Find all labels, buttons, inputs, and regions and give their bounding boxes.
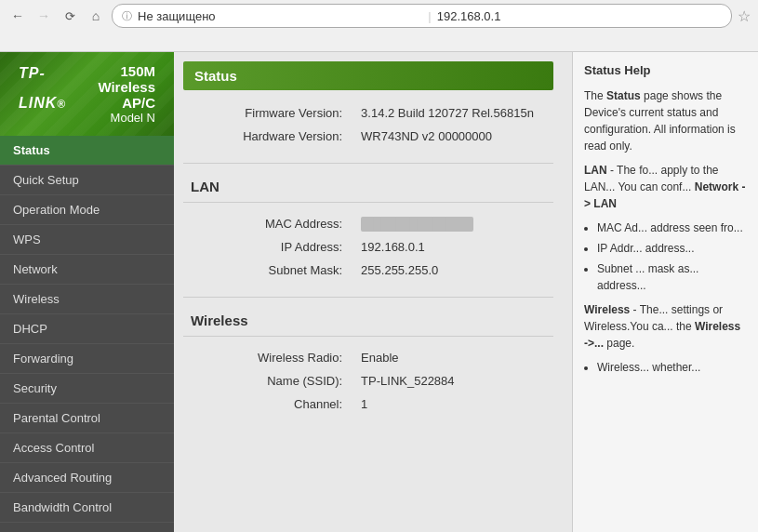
sidebar-item-ip-mac-binding[interactable]: IP & MAC Binding (0, 523, 174, 532)
reload-button[interactable]: ⟳ (60, 6, 80, 26)
sidebar-item-parental-control[interactable]: Parental Control (0, 404, 174, 433)
list-item: Wireless... whether... (597, 359, 747, 376)
lock-icon: ⓘ (122, 9, 132, 23)
channel-value: 1 (350, 392, 553, 416)
sidebar-item-dhcp[interactable]: DHCP (0, 314, 174, 344)
mac-value: ██████████████ (350, 212, 553, 235)
table-row: Subnet Mask: 255.255.255.0 (183, 259, 553, 282)
address-bar[interactable]: ⓘ Не защищено | 192.168.0.1 (112, 4, 732, 28)
subnet-label: Subnet Mask: (183, 259, 350, 282)
help-lan-list: MAC Ad... address seen fro... IP Addr...… (597, 219, 747, 294)
lan-table: MAC Address: ██████████████ IP Address: … (183, 212, 553, 282)
home-button[interactable]: ⌂ (86, 6, 106, 26)
tplink-model: 150M Wireless AP/C Model N (68, 63, 155, 125)
page-title: Status (183, 61, 553, 90)
firmware-value: 3.14.2 Build 120727 Rel.56815n (350, 101, 553, 125)
ip-value: 192.168.0.1 (350, 235, 553, 259)
tplink-logo: TP-LINK® (19, 64, 68, 124)
sidebar-item-status[interactable]: Status (0, 136, 174, 166)
tplink-header: TP-LINK® 150M Wireless AP/C Model N (0, 52, 174, 136)
sidebar-item-forwarding[interactable]: Forwarding (0, 344, 174, 374)
ip-label: IP Address: (183, 235, 350, 259)
firmware-label: Firmware Version: (183, 101, 350, 125)
wireless-radio-value: Enable (350, 346, 553, 369)
separator (183, 297, 553, 298)
sidebar-item-network[interactable]: Network (0, 255, 174, 285)
table-row: Firmware Version: 3.14.2 Build 120727 Re… (183, 101, 553, 125)
table-row: Channel: 1 (183, 392, 553, 416)
sidebar-item-operation-mode[interactable]: Operation Mode (0, 195, 174, 225)
hardware-label: Hardware Version: (183, 125, 350, 148)
table-row: MAC Address: ██████████████ (183, 212, 553, 235)
table-row: IP Address: 192.168.0.1 (183, 235, 553, 259)
back-button[interactable]: ← (7, 6, 28, 26)
table-row: Name (SSID): TP-LINK_522884 (183, 369, 553, 392)
sidebar-item-quick-setup[interactable]: Quick Setup (0, 166, 174, 195)
channel-label: Channel: (183, 392, 350, 416)
help-wireless-list: Wireless... whether... (597, 359, 747, 376)
mac-label: MAC Address: (183, 212, 350, 235)
list-item: Subnet ... mask as... address... (597, 260, 747, 294)
sidebar-item-security[interactable]: Security (0, 374, 174, 404)
browser-chrome: ← → ⟳ ⌂ ⓘ Не защищено | 192.168.0.1 ☆ (0, 0, 758, 52)
content-area: Status Firmware Version: 3.14.2 Build 12… (174, 52, 572, 532)
sidebar-item-bandwidth-control[interactable]: Bandwidth Control (0, 493, 174, 523)
help-title: Status Help (584, 61, 747, 80)
table-row: Wireless Radio: Enable (183, 346, 553, 369)
url-text: 192.168.0.1 (437, 9, 722, 23)
sidebar-item-advanced-routing[interactable]: Advanced Routing (0, 463, 174, 493)
separator (183, 163, 553, 164)
help-wireless-heading: Wireless - The... settings or Wireless.Y… (584, 301, 747, 352)
sidebar-item-wireless[interactable]: Wireless (0, 285, 174, 314)
help-p1: The Status page shows the Device's curre… (584, 87, 747, 154)
subnet-value: 255.255.255.0 (350, 259, 553, 282)
browser-toolbar: ← → ⟳ ⌂ ⓘ Не защищено | 192.168.0.1 ☆ (0, 0, 758, 32)
list-item: MAC Ad... address seen fro... (597, 219, 747, 236)
main-content: Status Firmware Version: 3.14.2 Build 12… (174, 52, 572, 532)
forward-button[interactable]: → (33, 6, 54, 26)
help-lan-heading: LAN - The fo... apply to the LAN... You … (584, 162, 747, 212)
help-panel: Status Help The Status page shows the De… (572, 52, 758, 532)
wireless-section-title: Wireless (183, 305, 553, 337)
sidebar-item-wps[interactable]: WPS (0, 225, 174, 255)
wireless-radio-label: Wireless Radio: (183, 346, 350, 369)
ssid-label: Name (SSID): (183, 369, 350, 392)
wireless-table: Wireless Radio: Enable Name (SSID): TP-L… (183, 346, 553, 416)
firmware-table: Firmware Version: 3.14.2 Build 120727 Re… (183, 101, 553, 148)
lan-section-title: LAN (183, 171, 553, 203)
page-container: TP-LINK® 150M Wireless AP/C Model N Stat… (0, 52, 758, 532)
table-row: Hardware Version: WR743ND v2 00000000 (183, 125, 553, 148)
ssid-value: TP-LINK_522884 (350, 369, 553, 392)
sidebar-item-access-control[interactable]: Access Control (0, 433, 174, 463)
security-label: Не защищено (138, 9, 422, 23)
sidebar: TP-LINK® 150M Wireless AP/C Model N Stat… (0, 52, 174, 532)
hardware-value: WR743ND v2 00000000 (350, 125, 553, 148)
list-item: IP Addr... address... (597, 240, 747, 257)
bookmark-button[interactable]: ☆ (738, 7, 751, 25)
